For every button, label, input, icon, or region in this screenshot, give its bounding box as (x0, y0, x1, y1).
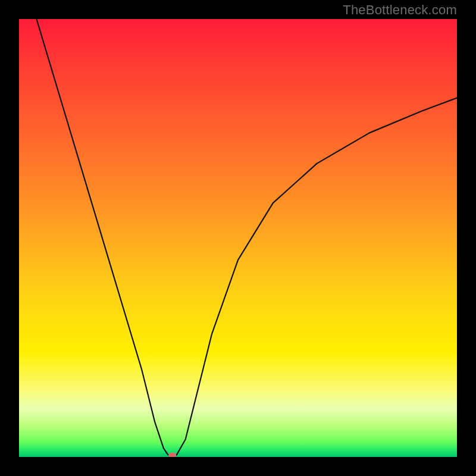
watermark-text: TheBottleneck.com (343, 2, 457, 18)
chart-frame: TheBottleneck.com (0, 0, 476, 476)
bottleneck-curve (36, 19, 457, 457)
plot-area (19, 19, 457, 457)
plot-svg (19, 19, 457, 457)
vertex-marker (169, 453, 176, 457)
